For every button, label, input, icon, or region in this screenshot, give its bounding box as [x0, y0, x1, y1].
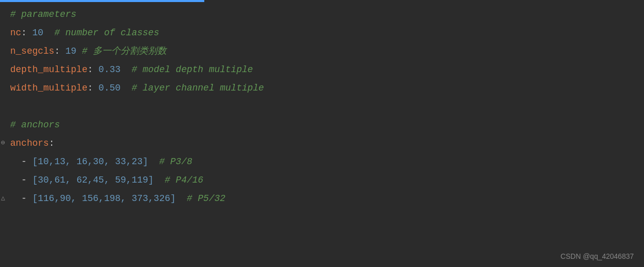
triangle-icon: △	[1, 193, 5, 204]
anchor-2-value: [30,61, 62,45, 59,119]	[32, 173, 154, 188]
comment-nc: # number of classes	[54, 26, 159, 40]
line-nc: nc: 10 # number of classes	[0, 24, 644, 42]
watermark: CSDN @qq_42046837	[561, 251, 634, 262]
comment-parameters: # parameters	[10, 7, 77, 22]
key-depth-multiple: depth_multiple	[10, 62, 87, 77]
value-width-multiple: 0.50	[99, 81, 121, 96]
comment-n-segcls: # 多一个分割类别数	[82, 44, 166, 59]
comment-anchor-2: # P4/16	[164, 173, 203, 188]
comment-anchors: # anchors	[10, 118, 60, 132]
anchor-1-value: [10,13, 16,30, 33,23]	[32, 154, 148, 169]
line-anchor-1: - [10,13, 16,30, 33,23] # P3/8	[0, 152, 644, 171]
comment-anchor-1: # P3/8	[159, 154, 193, 169]
line-anchors-key: ⊖ anchors:	[0, 134, 644, 152]
key-anchors: anchors	[10, 136, 49, 151]
collapse-icon: ⊖	[1, 138, 5, 149]
top-bar-indicator	[0, 0, 204, 2]
value-depth-multiple: 0.33	[99, 62, 121, 77]
line-anchor-2: - [30,61, 62,45, 59,119] # P4/16	[0, 171, 644, 189]
comment-width-multiple: # layer channel multiple	[132, 81, 264, 96]
value-nc: 10	[32, 26, 43, 40]
comment-depth-multiple: # model depth multiple	[132, 62, 253, 77]
line-width-multiple: width_multiple: 0.50 # layer channel mul…	[0, 79, 644, 97]
code-container: # parameters nc: 10 # number of classes …	[0, 0, 644, 267]
line-comment-parameters: # parameters	[0, 5, 644, 24]
key-width-multiple: width_multiple	[10, 81, 87, 96]
comment-anchor-3: # P5/32	[187, 191, 226, 206]
line-n-segcls: n_segcls: 19 # 多一个分割类别数	[0, 42, 644, 60]
line-depth-multiple: depth_multiple: 0.33 # model depth multi…	[0, 60, 644, 79]
key-n-segcls: n_segcls	[10, 44, 54, 59]
empty-line-1	[0, 97, 644, 116]
line-comment-anchors: # anchors	[0, 116, 644, 134]
anchor-3-value: [116,90, 156,198, 373,326]	[32, 191, 176, 206]
line-anchor-3: △ - [116,90, 156,198, 373,326] # P5/32	[0, 189, 644, 208]
key-nc: nc	[10, 26, 21, 40]
value-n-segcls: 19	[65, 44, 77, 59]
